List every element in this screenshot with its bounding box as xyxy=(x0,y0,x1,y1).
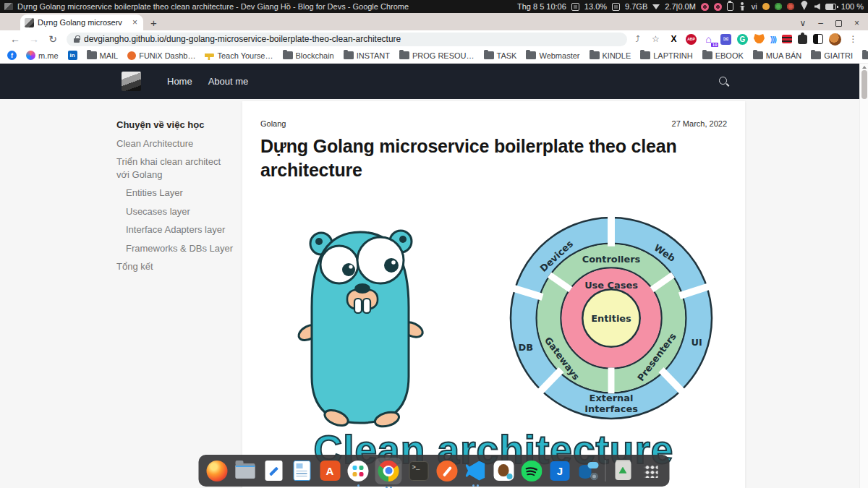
reload-button[interactable]: ↻ xyxy=(43,33,62,45)
ext-mail-icon[interactable]: ✉ xyxy=(720,34,731,45)
memory-icon xyxy=(612,3,620,11)
back-button[interactable]: ← xyxy=(6,33,25,45)
toc-item[interactable]: Tổng kết xyxy=(116,260,234,273)
extensions-puzzle-icon[interactable] xyxy=(798,35,807,44)
forward-button[interactable]: → xyxy=(25,33,43,45)
tab-search-chevron-icon[interactable]: ∨ xyxy=(800,18,807,28)
article-category[interactable]: Golang xyxy=(260,119,286,128)
dock-firefox-icon[interactable] xyxy=(206,460,229,482)
bookmark-folder[interactable]: LAPTRINH xyxy=(640,51,692,60)
toc-item[interactable]: Entities Layer xyxy=(116,187,234,200)
dock-joplin-icon[interactable]: J xyxy=(549,460,571,482)
diagram-label-entities: Entities xyxy=(591,313,631,324)
page-viewport: Home About me Chuyện về việc học Clean A… xyxy=(0,64,868,488)
browser-menu-icon[interactable]: ⋮ xyxy=(847,33,859,46)
bookmark-folder[interactable]: ĐỒ HỌA xyxy=(862,51,868,60)
toc-item[interactable]: Usecases layer xyxy=(116,205,234,218)
bookmark-folder[interactable]: INSTANT xyxy=(344,51,390,60)
window-app-icon xyxy=(4,3,13,10)
dock-rustdesk-icon[interactable] xyxy=(436,460,459,482)
bookmark-folder[interactable]: KINDLE xyxy=(590,51,631,60)
toc-item[interactable]: Frameworks & DBs Layer xyxy=(116,242,234,255)
profile-avatar[interactable] xyxy=(829,33,841,46)
bookmark-item[interactable]: m.me xyxy=(26,51,59,60)
scrollbar-thumb[interactable] xyxy=(861,70,867,99)
tab-favicon xyxy=(25,18,34,27)
network-rate: 2.7|0.0M xyxy=(665,2,696,11)
site-logo[interactable] xyxy=(122,72,141,91)
bookmark-facebook[interactable]: f xyxy=(7,51,17,60)
folder-icon xyxy=(526,51,536,59)
bookmark-linkedin[interactable]: in xyxy=(68,51,77,60)
ext-darkreader-icon[interactable] xyxy=(813,34,823,44)
dock-document-viewer-icon[interactable] xyxy=(291,460,313,482)
facebook-icon: f xyxy=(7,51,17,60)
dock-database-tool-icon[interactable] xyxy=(577,460,600,482)
ext-sound-icon[interactable]: ))) xyxy=(770,35,776,43)
folder-icon xyxy=(87,51,97,59)
dock-terminal-icon[interactable]: >_ xyxy=(408,460,430,482)
dock-ubuntu-software-icon[interactable]: A xyxy=(319,460,341,482)
tray-app-icon-2[interactable] xyxy=(714,3,722,11)
page-scrollbar[interactable] xyxy=(859,64,868,488)
padlock-icon[interactable] xyxy=(74,35,80,43)
folder-icon xyxy=(640,51,650,59)
share-icon[interactable]: ⤴ xyxy=(631,33,644,46)
ext-x-icon[interactable]: X xyxy=(668,33,680,46)
url-text[interactable]: devgiangho.github.io/dung-golang-microse… xyxy=(84,34,401,44)
network-down-icon xyxy=(652,4,660,9)
new-tab-button[interactable]: + xyxy=(150,17,157,29)
dock-files-icon[interactable] xyxy=(234,460,257,482)
tab-close-button[interactable]: × xyxy=(131,17,139,27)
bookmark-item[interactable]: FUNiX Dashb… xyxy=(127,51,195,60)
restore-button[interactable] xyxy=(835,20,842,27)
dock-slack-icon[interactable] xyxy=(347,460,370,482)
bookmark-folder[interactable]: PROG RESOU… xyxy=(399,51,475,60)
bookmark-folder[interactable]: GIAITRI xyxy=(811,51,853,60)
diagram-label-usecases: Use Cases xyxy=(584,280,638,291)
toc-item[interactable]: Interface Adapters layer xyxy=(116,223,234,236)
bookmark-folder[interactable]: TASK xyxy=(484,51,517,60)
toc-item[interactable]: Triển khai clean architect với Golang xyxy=(116,155,234,181)
toc-item[interactable]: Clean Architecture xyxy=(116,137,234,150)
dock-trash-icon[interactable] xyxy=(612,460,634,482)
ext-grammarly-icon[interactable]: G xyxy=(737,34,748,45)
battery-icon[interactable] xyxy=(825,4,836,10)
toc-item[interactable]: Chuyện về việc học xyxy=(116,119,234,132)
nav-home-link[interactable]: Home xyxy=(167,76,192,87)
accessibility-icon[interactable] xyxy=(739,2,746,12)
dock-app-grid-icon[interactable] xyxy=(640,460,663,482)
dock-dbeaver-icon[interactable] xyxy=(493,460,515,482)
status-dot-yellow[interactable] xyxy=(762,3,770,10)
ext-metamask-icon[interactable] xyxy=(754,34,765,44)
dock-text-editor-icon[interactable] xyxy=(263,460,285,482)
search-icon[interactable] xyxy=(719,77,729,87)
status-dot-red[interactable] xyxy=(787,3,794,10)
bookmark-folder[interactable]: Blockchain xyxy=(283,51,334,60)
tray-app-icon-1[interactable] xyxy=(701,3,709,11)
ext-lines-icon[interactable] xyxy=(782,35,792,43)
bookmark-item[interactable]: Teach Yourse… xyxy=(205,51,273,60)
minimize-button[interactable]: – xyxy=(818,18,823,28)
bookmark-folder[interactable]: MAIL xyxy=(87,51,119,60)
dock-chrome-icon[interactable] xyxy=(375,458,402,484)
ext-adblock-icon[interactable]: ABP xyxy=(686,34,697,45)
bookmark-folder[interactable]: MUA BÁN xyxy=(753,51,802,60)
dock-vscode-icon[interactable] xyxy=(464,460,487,482)
wifi-icon[interactable] xyxy=(799,3,809,10)
clipboard-icon[interactable] xyxy=(727,2,733,11)
clock[interactable]: Thg 8 5 10:06 xyxy=(517,2,566,11)
ext-home-icon[interactable]: ⌂10 xyxy=(702,33,715,46)
dock-spotify-icon[interactable] xyxy=(521,460,543,482)
window-close-button[interactable]: × xyxy=(854,18,859,28)
bookmark-folder[interactable]: Webmaster xyxy=(526,51,579,60)
nav-about-link[interactable]: About me xyxy=(208,76,249,87)
address-bar[interactable]: devgiangho.github.io/dung-golang-microse… xyxy=(67,33,627,46)
status-dot-green[interactable] xyxy=(775,3,782,10)
input-language-indicator[interactable]: vi xyxy=(752,2,757,11)
active-tab[interactable]: Dựng Golang microserv × xyxy=(20,14,143,30)
bookmark-folder[interactable]: EBOOK xyxy=(702,51,744,60)
bookmark-star-icon[interactable]: ☆ xyxy=(650,33,662,46)
volume-icon[interactable] xyxy=(814,4,820,10)
scrollbar-up-arrow-icon[interactable] xyxy=(862,66,867,69)
